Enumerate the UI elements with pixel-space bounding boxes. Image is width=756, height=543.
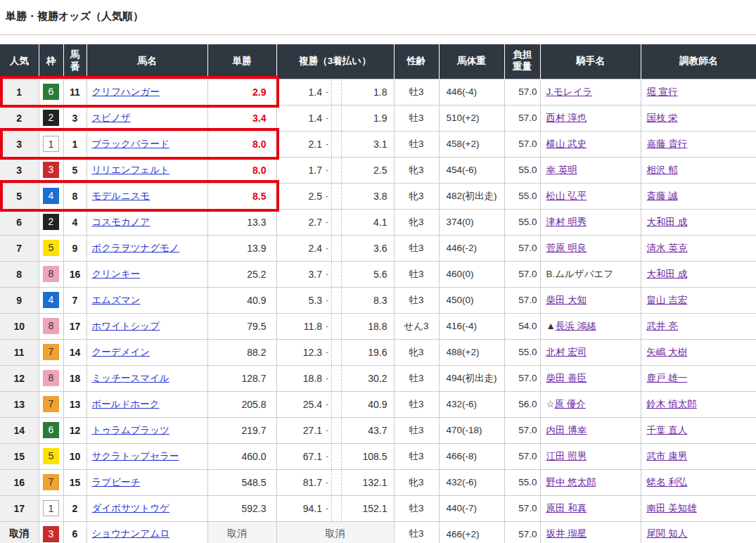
place-odds-range: 2.5-3.8: [277, 184, 394, 209]
jockey-link[interactable]: 松山 弘平: [546, 191, 587, 201]
bracket-cell: 2: [39, 105, 63, 131]
place-odds-high: 43.7: [342, 425, 394, 436]
trainer-link[interactable]: 矢嶋 大樹: [647, 347, 688, 357]
jockey-mark: ▲: [546, 321, 556, 331]
trainer-link[interactable]: 相沢 郁: [647, 165, 678, 175]
trainer-link[interactable]: 清水 英克: [647, 243, 688, 253]
sex-age-cell: 牡3: [394, 391, 439, 417]
horse-name-link[interactable]: ラブビーチ: [92, 477, 141, 487]
odds-table-wrap: 人気 枠 馬番 馬名 単勝 複勝（3着払い） 性齢 馬体重 負担重量 騎手名 調…: [0, 44, 756, 543]
place-odds-high: 3.8: [342, 191, 394, 202]
horse-name-link[interactable]: リリエンフェルト: [92, 165, 170, 175]
trainer-link[interactable]: 蛯名 利弘: [647, 477, 688, 487]
place-odds-low: 3.7: [277, 269, 326, 280]
table-row: 16 7 15 ラブビーチ 548.5 81.7-132.1 牝3 432(-6…: [0, 469, 756, 495]
jockey-link[interactable]: 江田 照男: [546, 451, 587, 461]
jockey-link[interactable]: 長浜 鴻緒: [556, 321, 596, 331]
horse-name-link[interactable]: クリフハンガー: [92, 87, 160, 97]
place-odds-low: 2.4: [277, 243, 326, 254]
trainer-link[interactable]: 堀 宣行: [647, 87, 678, 97]
horse-name-link[interactable]: エムズマン: [92, 295, 141, 305]
jockey-link[interactable]: 野中 悠太郎: [546, 477, 596, 487]
place-odds-range: 2.4-3.6: [277, 236, 394, 261]
place-odds-cell: 5.3-8.3: [276, 287, 394, 313]
win-odds-cell: 460.0: [207, 443, 276, 469]
trainer-link[interactable]: 大和田 成: [647, 217, 688, 227]
place-odds-separator: -: [326, 347, 331, 357]
horse-name-link[interactable]: サクラトップセラー: [92, 451, 179, 461]
jockey-link[interactable]: 内田 博幸: [546, 425, 587, 435]
win-odds-cell: 8.5: [207, 183, 276, 209]
trainer-link[interactable]: 南田 美知雄: [647, 503, 697, 513]
trainer-link[interactable]: 国枝 栄: [647, 113, 678, 123]
place-odds-separator: -: [326, 113, 331, 123]
horse-name-link[interactable]: ブラックバラード: [92, 139, 169, 149]
horse-name-link[interactable]: スピノザ: [92, 113, 131, 123]
table-row: 3 1 1 ブラックバラード 8.0 2.1-3.1 牡3 458(+2) 57…: [0, 131, 756, 157]
trainer-link[interactable]: 鹿戸 雄一: [647, 373, 688, 383]
jockey-link: B.ムルザバエフ: [546, 269, 614, 279]
jockey-cell: 北村 宏司: [540, 339, 641, 365]
trainer-link[interactable]: 斎藤 誠: [647, 191, 678, 201]
horse-name-link[interactable]: ダイボサツトウゲ: [92, 503, 170, 513]
trainer-link[interactable]: 畠山 吉宏: [647, 295, 688, 305]
carry-weight-cell: 57.0: [504, 365, 540, 391]
jockey-link[interactable]: 原 優介: [555, 399, 586, 409]
place-odds-separator: -: [326, 452, 331, 461]
jockey-link[interactable]: 菅原 明良: [546, 243, 587, 253]
horse-name-link[interactable]: コスモカノア: [92, 217, 150, 227]
bracket-cell: 5: [39, 443, 63, 469]
horse-name-link[interactable]: クーデメイン: [92, 347, 150, 357]
jockey-link[interactable]: 原田 和真: [546, 503, 587, 513]
jockey-link[interactable]: 西村 淳也: [546, 113, 587, 123]
jockey-cell: 坂井 瑠星: [540, 521, 641, 543]
trainer-link[interactable]: 武井 亮: [647, 321, 678, 331]
sex-age-cell: 牝3: [394, 183, 439, 209]
table-row: 13 7 13 ボールドホーク 205.8 25.4-40.9 牡3 432(-…: [0, 391, 756, 417]
jockey-link[interactable]: 坂井 瑠星: [546, 528, 587, 539]
horse-name-link[interactable]: ホワイトシップ: [92, 321, 160, 331]
trainer-link[interactable]: 千葉 直人: [647, 425, 688, 435]
jockey-link[interactable]: 横山 武史: [546, 139, 587, 149]
column-header-carry-weight: 負担重量: [504, 44, 540, 79]
jockey-link[interactable]: J.モレイラ: [546, 87, 593, 97]
bracket-cell: 7: [39, 469, 63, 495]
sex-age-cell: 牝3: [394, 209, 439, 235]
jockey-link[interactable]: 柴田 善臣: [546, 373, 587, 383]
place-odds-cell: 2.7-4.1: [276, 209, 394, 235]
jockey-link[interactable]: 柴田 大知: [546, 295, 587, 305]
horse-name-link[interactable]: ボクラヲツナグモノ: [92, 243, 179, 253]
trainer-link[interactable]: 大和田 成: [647, 269, 688, 279]
place-odds-separator: -: [326, 165, 331, 175]
trainer-link[interactable]: 武市 康男: [647, 451, 688, 461]
horse-name-link[interactable]: ミッチースマイル: [92, 373, 169, 383]
place-odds-cell: 81.7-132.1: [276, 469, 394, 495]
horse-name-link[interactable]: ショウナンアムロ: [92, 528, 170, 539]
horse-name-link[interactable]: ボールドホーク: [92, 399, 160, 409]
bracket-cell: 4: [39, 183, 63, 209]
place-odds-cell: 1.7-2.5: [276, 157, 394, 183]
jockey-link[interactable]: 北村 宏司: [546, 347, 587, 357]
place-odds-divider: [331, 158, 342, 183]
horse-number-cell: 2: [63, 495, 87, 521]
jockey-link[interactable]: 津村 明秀: [546, 217, 587, 227]
rank-cell: 5: [0, 183, 39, 209]
horse-name-link[interactable]: トゥラムプラッツ: [92, 425, 170, 435]
carry-weight-cell: 57.0: [504, 417, 540, 443]
bracket-cell: 8: [39, 365, 63, 391]
bracket-badge: 6: [43, 422, 59, 438]
jockey-cell: 柴田 善臣: [540, 365, 641, 391]
place-odds-cell: 94.1-152.1: [276, 495, 394, 521]
carry-weight-cell: 55.0: [504, 469, 540, 495]
place-odds-range: 2.7-4.1: [277, 210, 394, 235]
trainer-link[interactable]: 尾関 知人: [647, 528, 688, 539]
horse-name-link[interactable]: クリンキー: [92, 269, 141, 279]
place-odds-separator: -: [326, 373, 331, 383]
place-odds-high: 18.8: [342, 321, 394, 332]
place-odds-divider: [331, 288, 342, 313]
trainer-link[interactable]: 鈴木 慎太郎: [647, 399, 697, 409]
jockey-link[interactable]: 幸 英明: [546, 165, 577, 175]
trainer-link[interactable]: 嘉藤 貴行: [647, 139, 688, 149]
horse-weight-cell: 466(+2): [439, 521, 504, 543]
horse-name-link[interactable]: モデルニスモ: [92, 191, 150, 201]
